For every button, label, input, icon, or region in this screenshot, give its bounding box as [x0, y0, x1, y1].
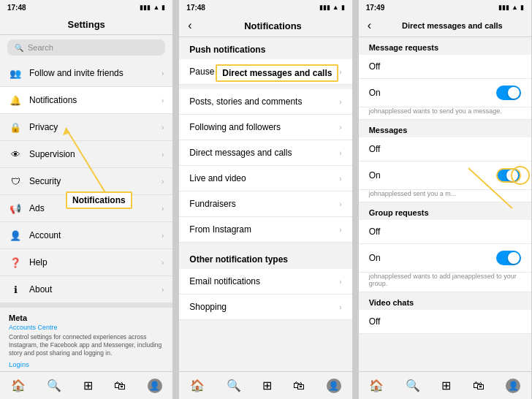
- search-nav[interactable]: 🔍: [47, 379, 61, 392]
- bottom-nav-1: 🏠 🔍 ⊞ 🛍 👤: [0, 371, 172, 399]
- privacy-label: Privacy: [29, 122, 154, 132]
- accounts-centre-link[interactable]: Accounts Centre: [9, 324, 164, 331]
- supervision-arrow: ›: [162, 151, 164, 159]
- direct-messages-item[interactable]: Direct messages and calls ›: [179, 140, 352, 166]
- from-instagram-item[interactable]: From Instagram ›: [179, 217, 352, 243]
- account-arrow: ›: [162, 232, 164, 240]
- group-req-off-label: Off: [369, 227, 521, 237]
- menu-item-about[interactable]: ℹ About ›: [0, 276, 172, 303]
- wifi-icon-3: ▲: [512, 4, 518, 11]
- annotation-notifications: Notifications: [66, 191, 132, 209]
- ads-arrow: ›: [162, 205, 164, 213]
- posts-stories-label: Posts, stories and comments: [189, 96, 339, 107]
- shopping-label: Shopping: [189, 302, 339, 312]
- menu-item-follow[interactable]: 👥 Follow and invite friends ›: [0, 60, 172, 87]
- group-requests-title: Group requests: [359, 202, 531, 220]
- menu-item-supervision[interactable]: 👁 Supervision ›: [0, 141, 172, 168]
- from-instagram-label: From Instagram: [189, 224, 339, 235]
- video-chats-off[interactable]: Off: [359, 310, 531, 334]
- email-notif-label: Email notifications: [189, 276, 339, 286]
- shop-nav-2[interactable]: 🛍: [293, 379, 305, 392]
- settings-menu: 👥 Follow and invite friends › 🔔 Notifica…: [0, 60, 172, 303]
- status-icons-1: ▮▮▮ ▲ ▮: [140, 4, 165, 11]
- following-item[interactable]: Following and followers ›: [179, 115, 352, 140]
- security-icon: 🛡: [9, 175, 22, 188]
- shop-nav-3[interactable]: 🛍: [473, 379, 484, 392]
- shop-nav[interactable]: 🛍: [114, 379, 126, 392]
- menu-item-notifications[interactable]: 🔔 Notifications ›: [0, 87, 172, 114]
- search-placeholder: Search: [28, 43, 53, 52]
- home-nav[interactable]: 🏠: [11, 379, 26, 392]
- msg-req-on-label: On: [369, 88, 496, 98]
- wifi-icon-2: ▲: [332, 4, 339, 11]
- search-nav-3[interactable]: 🔍: [406, 379, 420, 392]
- msg-req-off-label: Off: [369, 61, 521, 72]
- group-req-toggle[interactable]: [496, 251, 521, 265]
- logins-link[interactable]: Logins: [9, 360, 164, 368]
- msg-req-off[interactable]: Off: [359, 55, 531, 79]
- messages-on[interactable]: On: [359, 162, 531, 190]
- search-nav-2[interactable]: 🔍: [227, 379, 241, 392]
- bottom-nav-2: 🏠 🔍 ⊞ 🛍 👤: [179, 371, 352, 399]
- add-nav-2[interactable]: ⊞: [262, 379, 272, 392]
- back-button-2[interactable]: ‹: [188, 19, 202, 32]
- notifications-title: Notifications: [202, 20, 343, 31]
- meta-title: Meta: [9, 314, 164, 322]
- msg-requests-title: Message requests: [359, 37, 531, 55]
- profile-nav[interactable]: 👤: [148, 379, 162, 393]
- divider-2: [353, 0, 359, 399]
- screen3-dm: 17:49 ▮▮▮ ▲ ▮ ‹ Direct messages and call…: [359, 0, 532, 399]
- battery-icon-2: ▮: [341, 4, 345, 11]
- wifi-icon: ▲: [153, 4, 159, 11]
- search-bar[interactable]: 🔍 Search: [7, 39, 165, 56]
- back-button-3[interactable]: ‹: [368, 19, 382, 32]
- fundraisers-item[interactable]: Fundraisers ›: [179, 191, 352, 217]
- add-nav-3[interactable]: ⊞: [441, 379, 451, 392]
- msg-req-desc: johnapplessed wants to send you a messag…: [359, 107, 531, 120]
- search-icon: 🔍: [15, 44, 23, 52]
- status-bar-3: 17:49 ▮▮▮ ▲ ▮: [359, 0, 531, 15]
- live-video-item[interactable]: Live and video ›: [179, 166, 352, 191]
- posts-stories-item[interactable]: Posts, stories and comments ›: [179, 89, 352, 115]
- add-nav[interactable]: ⊞: [83, 379, 93, 392]
- video-chats-title: Video chats: [359, 292, 531, 310]
- menu-item-account[interactable]: 👤 Account ›: [0, 222, 172, 249]
- messages-off[interactable]: Off: [359, 137, 531, 162]
- shopping-item[interactable]: Shopping ›: [179, 294, 352, 320]
- security-label: Security: [29, 176, 154, 186]
- follow-icon: 👥: [9, 66, 22, 80]
- msg-req-on[interactable]: On: [359, 79, 531, 107]
- group-req-off[interactable]: Off: [359, 220, 531, 244]
- time-3: 17:49: [366, 4, 385, 12]
- profile-nav-2[interactable]: 👤: [327, 379, 341, 393]
- menu-item-privacy[interactable]: 🔒 Privacy ›: [0, 114, 172, 141]
- home-nav-2[interactable]: 🏠: [190, 379, 205, 392]
- msg-req-toggle[interactable]: [496, 86, 521, 100]
- group-req-on[interactable]: On: [359, 244, 531, 273]
- signal-icon-3: ▮▮▮: [498, 4, 509, 11]
- ads-icon: 📢: [9, 202, 22, 215]
- video-chats-off-label: Off: [369, 316, 521, 327]
- settings-title: Settings: [9, 19, 164, 30]
- privacy-arrow: ›: [162, 123, 164, 132]
- battery-icon-3: ▮: [520, 4, 524, 11]
- home-nav-3[interactable]: 🏠: [369, 379, 384, 392]
- pause-all-arrow: ›: [339, 68, 341, 76]
- dm-title: Direct messages and calls: [382, 21, 522, 30]
- signal-icon: ▮▮▮: [140, 4, 151, 11]
- nav-bar-3: ‹ Direct messages and calls: [359, 15, 531, 37]
- profile-nav-3[interactable]: 👤: [506, 379, 520, 393]
- messages-toggle[interactable]: [496, 168, 521, 183]
- divider-1: [173, 0, 179, 399]
- notif-label: Notifications: [29, 95, 154, 105]
- fundraisers-label: Fundraisers: [189, 199, 339, 209]
- time-1: 17:48: [7, 4, 26, 12]
- menu-item-help[interactable]: ❓ Help ›: [0, 249, 172, 276]
- follow-arrow: ›: [162, 69, 164, 77]
- supervision-label: Supervision: [29, 149, 154, 159]
- email-notif-item[interactable]: Email notifications ›: [179, 269, 352, 294]
- about-label: About: [29, 284, 154, 294]
- notif-arrow: ›: [162, 96, 164, 104]
- annotation-dm: Direct messages and calls: [216, 64, 338, 82]
- signal-icon-2: ▮▮▮: [319, 4, 330, 11]
